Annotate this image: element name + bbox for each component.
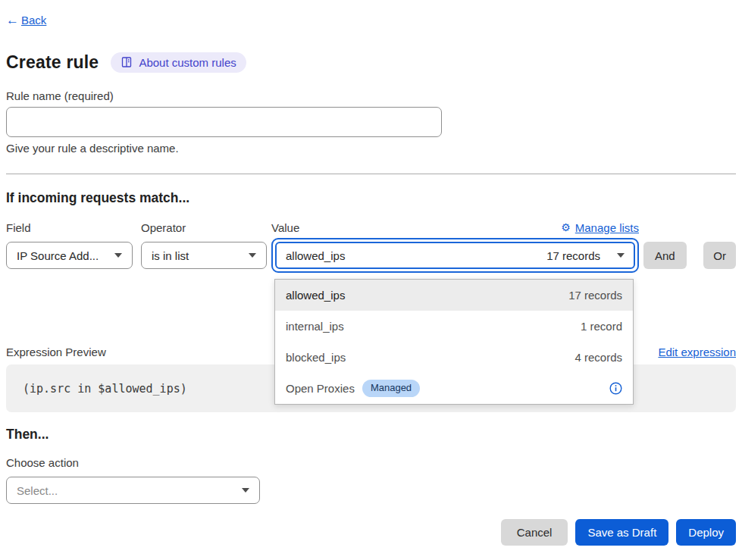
rule-name-input[interactable] [6,107,442,137]
chevron-down-icon [617,253,625,258]
list-option-name: Open Proxies [286,382,355,395]
list-option-allowed-ips[interactable]: allowed_ips 17 records [275,280,633,311]
action-select-placeholder: Select... [17,484,58,497]
back-link-label: Back [21,14,46,27]
save-as-draft-button[interactable]: Save as Draft [575,519,668,546]
rule-name-label: Rule name (required) [6,89,736,103]
field-select-value: IP Source Add... [17,249,99,262]
match-controls-row: IP Source Add... is in list allowed_ips … [6,237,736,274]
expression-code: (ip.src in $allowed_ips) [23,382,187,396]
list-option-records: 4 records [575,351,622,364]
info-icon[interactable] [609,382,622,395]
field-label: Field [6,221,141,234]
value-select-focus-ring: allowed_ips 17 records allowed_ips 17 re… [271,238,639,273]
list-option-internal-ips[interactable]: internal_ips 1 record [275,311,633,342]
footer-actions: Cancel Save as Draft Deploy [6,519,736,546]
value-select-records: 17 records [546,249,600,262]
list-dropdown: allowed_ips 17 records internal_ips 1 re… [274,279,634,405]
list-option-blocked-ips[interactable]: blocked_ips 4 records [275,342,633,373]
title-row: Create rule About custom rules [6,50,736,74]
about-custom-rules-label: About custom rules [139,56,236,69]
edit-expression-link[interactable]: Edit expression [658,346,736,358]
list-option-name: blocked_ips [286,351,346,364]
operator-select[interactable]: is in list [141,242,267,269]
list-option-records: 17 records [568,289,622,302]
chevron-down-icon [114,253,122,258]
back-link[interactable]: ←Back [6,14,46,27]
expression-preview-label: Expression Preview [6,346,106,358]
chevron-down-icon [249,253,256,258]
operator-label: Operator [141,221,271,234]
book-icon [121,56,133,68]
then-section-heading: Then... [6,426,736,443]
gear-icon: ⚙ [561,222,571,233]
managed-badge: Managed [362,380,420,396]
match-section-heading: If incoming requests match... [6,189,736,206]
section-divider [6,174,736,174]
list-option-open-proxies[interactable]: Open Proxies Managed [275,373,633,404]
value-label: Value [271,221,561,234]
match-labels-row: Field Operator Value ⚙ Manage lists [6,221,639,234]
choose-action-label: Choose action [6,456,736,470]
operator-select-value: is in list [152,249,189,262]
action-select[interactable]: Select... [6,477,260,504]
list-option-name: allowed_ips [286,289,345,302]
list-option-name: internal_ips [286,320,344,333]
field-select[interactable]: IP Source Add... [6,242,133,269]
list-option-records: 1 record [581,320,622,333]
rule-name-helper-text: Give your rule a descriptive name. [6,142,736,155]
create-rule-page: ←Back Create rule About custom rules Rul… [0,0,742,546]
page-title: Create rule [6,52,99,73]
value-select-name: allowed_ips [286,249,345,262]
chevron-down-icon [242,488,249,493]
cancel-button[interactable]: Cancel [501,519,568,546]
manage-lists-link[interactable]: ⚙ Manage lists [561,221,639,234]
deploy-button[interactable]: Deploy [676,519,736,546]
manage-lists-label: Manage lists [575,221,639,234]
back-arrow-icon: ← [6,14,19,27]
value-select[interactable]: allowed_ips 17 records [275,242,635,269]
about-custom-rules-link[interactable]: About custom rules [111,52,246,73]
or-button[interactable]: Or [703,242,736,269]
and-button[interactable]: And [643,242,687,269]
